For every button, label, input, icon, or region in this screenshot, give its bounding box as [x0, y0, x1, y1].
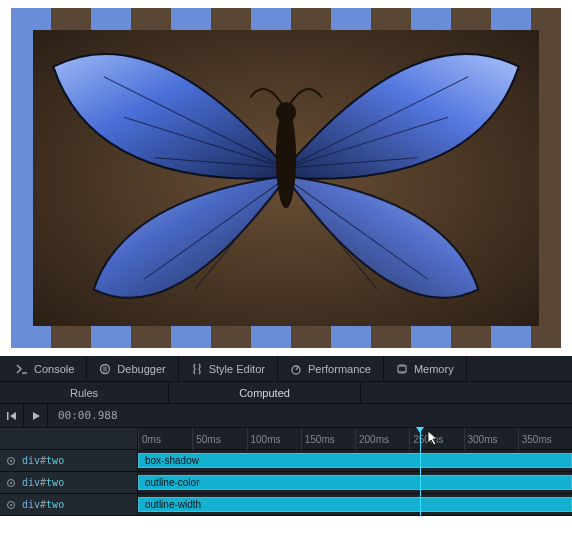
svg-point-3	[101, 364, 110, 373]
tab-label: Console	[34, 363, 74, 375]
inspector-subtabs: Rules Computed	[0, 382, 572, 404]
timeline-ruler[interactable]: 0ms50ms100ms150ms200ms250ms300ms350ms	[0, 428, 572, 450]
track-lane[interactable]: outline-color	[138, 472, 572, 493]
ruler-tick: 150ms	[301, 428, 335, 450]
subtab-filler	[361, 382, 572, 403]
ruler-tick: 100ms	[247, 428, 281, 450]
tab-label: Style Editor	[209, 363, 265, 375]
target-icon	[6, 500, 16, 510]
animation-track[interactable]: div#twobox-shadow	[0, 450, 572, 472]
butterfly-image	[33, 30, 539, 326]
animation-bar[interactable]: outline-color	[138, 475, 572, 490]
svg-point-14	[10, 504, 12, 506]
tab-performance[interactable]: Performance	[278, 356, 384, 381]
track-lane[interactable]: box-shadow	[138, 450, 572, 471]
svg-rect-5	[106, 366, 107, 371]
tab-memory[interactable]: Memory	[384, 356, 467, 381]
track-label[interactable]: div#two	[0, 450, 138, 471]
console-icon	[16, 363, 28, 375]
play-button[interactable]	[24, 404, 48, 428]
devtools-tabbar: Console Debugger Style Editor Performanc…	[0, 356, 572, 382]
animation-track[interactable]: div#twooutline-width	[0, 494, 572, 516]
track-label[interactable]: div#two	[0, 494, 138, 515]
ruler-tick: 250ms	[409, 428, 443, 450]
ruler-tick: 350ms	[518, 428, 552, 450]
svg-rect-4	[104, 366, 105, 371]
ruler-tick: 0ms	[138, 428, 161, 450]
tab-label: Performance	[308, 363, 371, 375]
performance-icon	[290, 363, 302, 375]
memory-icon	[396, 363, 408, 375]
animation-bar[interactable]: box-shadow	[138, 453, 572, 468]
target-icon	[6, 456, 16, 466]
svg-point-10	[10, 460, 12, 462]
subtab-computed[interactable]: Computed	[169, 382, 361, 403]
animated-element	[11, 8, 561, 348]
devtools-panel: Console Debugger Style Editor Performanc…	[0, 356, 572, 516]
svg-point-2	[276, 102, 296, 122]
style-editor-icon	[191, 363, 203, 375]
animation-track[interactable]: div#twooutline-color	[0, 472, 572, 494]
tab-console[interactable]: Console	[4, 356, 87, 381]
ruler-tick: 50ms	[192, 428, 220, 450]
preview-pane	[0, 0, 572, 356]
tab-style-editor[interactable]: Style Editor	[179, 356, 278, 381]
target-icon	[6, 478, 16, 488]
svg-rect-7	[398, 366, 406, 372]
tab-label: Debugger	[117, 363, 165, 375]
track-lane[interactable]: outline-width	[138, 494, 572, 515]
svg-point-1	[276, 107, 296, 208]
tab-debugger[interactable]: Debugger	[87, 356, 178, 381]
debugger-icon	[99, 363, 111, 375]
track-label[interactable]: div#two	[0, 472, 138, 493]
animation-bar[interactable]: outline-width	[138, 497, 572, 512]
tab-label: Memory	[414, 363, 454, 375]
svg-point-12	[10, 482, 12, 484]
svg-rect-8	[7, 412, 9, 420]
rewind-button[interactable]	[0, 404, 24, 428]
ruler-tick: 300ms	[464, 428, 498, 450]
ruler-tick: 200ms	[355, 428, 389, 450]
playback-time: 00:00.988	[48, 409, 128, 422]
subtab-rules[interactable]: Rules	[0, 382, 169, 403]
animation-playbar: 00:00.988	[0, 404, 572, 428]
animation-timeline: 0ms50ms100ms150ms200ms250ms300ms350ms di…	[0, 428, 572, 516]
